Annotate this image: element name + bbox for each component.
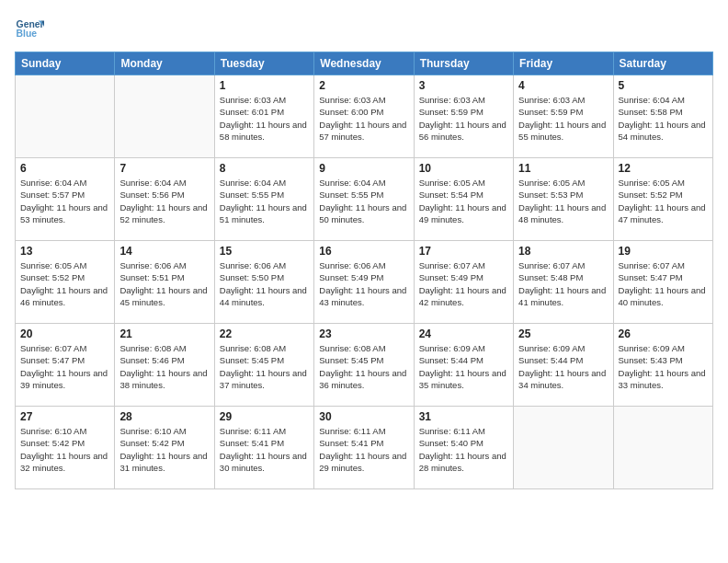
day-info: Sunrise: 6:11 AM Sunset: 5:41 PM Dayligh…: [220, 425, 309, 474]
calendar-cell: 19Sunrise: 6:07 AM Sunset: 5:47 PM Dayli…: [613, 241, 712, 324]
day-info: Sunrise: 6:03 AM Sunset: 6:01 PM Dayligh…: [220, 94, 309, 143]
calendar-cell: 30Sunrise: 6:11 AM Sunset: 5:41 PM Dayli…: [314, 407, 414, 489]
calendar-cell: 8Sunrise: 6:04 AM Sunset: 5:55 PM Daylig…: [214, 158, 313, 241]
day-number: 12: [619, 162, 708, 175]
calendar-week-row: 27Sunrise: 6:10 AM Sunset: 5:42 PM Dayli…: [16, 407, 713, 489]
day-number: 4: [518, 79, 608, 92]
day-info: Sunrise: 6:05 AM Sunset: 5:54 PM Dayligh…: [419, 177, 508, 225]
header-sunday: Sunday: [16, 52, 115, 75]
day-number: 10: [419, 162, 508, 175]
calendar-cell: 4Sunrise: 6:03 AM Sunset: 5:59 PM Daylig…: [514, 75, 613, 158]
calendar-cell: 18Sunrise: 6:07 AM Sunset: 5:48 PM Dayli…: [514, 241, 613, 324]
calendar-cell: 17Sunrise: 6:07 AM Sunset: 5:49 PM Dayli…: [414, 241, 513, 324]
day-info: Sunrise: 6:04 AM Sunset: 5:55 PM Dayligh…: [220, 177, 309, 225]
day-number: 18: [518, 245, 608, 258]
day-info: Sunrise: 6:04 AM Sunset: 5:56 PM Dayligh…: [119, 177, 209, 225]
day-number: 1: [220, 79, 309, 92]
calendar-cell: 15Sunrise: 6:06 AM Sunset: 5:50 PM Dayli…: [214, 241, 313, 324]
calendar-cell: 20Sunrise: 6:07 AM Sunset: 5:47 PM Dayli…: [16, 324, 115, 407]
header-friday: Friday: [514, 52, 613, 75]
calendar-cell: 9Sunrise: 6:04 AM Sunset: 5:55 PM Daylig…: [314, 158, 414, 241]
header-thursday: Thursday: [414, 52, 513, 75]
day-number: 30: [319, 410, 408, 423]
calendar-cell: 10Sunrise: 6:05 AM Sunset: 5:54 PM Dayli…: [414, 158, 513, 241]
page-header: General Blue: [15, 15, 713, 44]
calendar-cell: 27Sunrise: 6:10 AM Sunset: 5:42 PM Dayli…: [16, 407, 115, 489]
calendar-week-row: 20Sunrise: 6:07 AM Sunset: 5:47 PM Dayli…: [16, 324, 713, 407]
calendar-cell: 6Sunrise: 6:04 AM Sunset: 5:57 PM Daylig…: [16, 158, 115, 241]
svg-text:Blue: Blue: [17, 29, 38, 39]
day-number: 2: [319, 79, 408, 92]
day-info: Sunrise: 6:03 AM Sunset: 6:00 PM Dayligh…: [319, 94, 408, 143]
calendar-cell: 14Sunrise: 6:06 AM Sunset: 5:51 PM Dayli…: [115, 241, 214, 324]
day-info: Sunrise: 6:07 AM Sunset: 5:47 PM Dayligh…: [20, 342, 109, 391]
day-info: Sunrise: 6:05 AM Sunset: 5:52 PM Dayligh…: [20, 259, 109, 308]
day-number: 16: [319, 245, 408, 258]
day-number: 15: [220, 245, 309, 258]
header-monday: Monday: [115, 52, 214, 75]
day-info: Sunrise: 6:05 AM Sunset: 5:53 PM Dayligh…: [518, 177, 608, 225]
day-info: Sunrise: 6:03 AM Sunset: 5:59 PM Dayligh…: [419, 94, 508, 143]
calendar-cell: 11Sunrise: 6:05 AM Sunset: 5:53 PM Dayli…: [514, 158, 613, 241]
header-saturday: Saturday: [613, 52, 712, 75]
calendar-cell: 23Sunrise: 6:08 AM Sunset: 5:45 PM Dayli…: [314, 324, 414, 407]
calendar-cell: 26Sunrise: 6:09 AM Sunset: 5:43 PM Dayli…: [613, 324, 712, 407]
calendar-cell: 13Sunrise: 6:05 AM Sunset: 5:52 PM Dayli…: [16, 241, 115, 324]
calendar-cell: 16Sunrise: 6:06 AM Sunset: 5:49 PM Dayli…: [314, 241, 414, 324]
calendar-header-row: SundayMondayTuesdayWednesdayThursdayFrid…: [16, 52, 713, 75]
day-info: Sunrise: 6:08 AM Sunset: 5:45 PM Dayligh…: [220, 342, 309, 391]
calendar-cell: [613, 407, 712, 489]
calendar-cell: 3Sunrise: 6:03 AM Sunset: 5:59 PM Daylig…: [414, 75, 513, 158]
day-info: Sunrise: 6:06 AM Sunset: 5:51 PM Dayligh…: [119, 259, 209, 308]
day-info: Sunrise: 6:08 AM Sunset: 5:46 PM Dayligh…: [119, 342, 209, 391]
day-number: 28: [119, 410, 209, 423]
calendar-cell: 24Sunrise: 6:09 AM Sunset: 5:44 PM Dayli…: [414, 324, 513, 407]
day-number: 14: [119, 245, 209, 258]
header-wednesday: Wednesday: [314, 52, 414, 75]
day-info: Sunrise: 6:10 AM Sunset: 5:42 PM Dayligh…: [119, 425, 209, 474]
calendar-cell: 7Sunrise: 6:04 AM Sunset: 5:56 PM Daylig…: [115, 158, 214, 241]
calendar-cell: 28Sunrise: 6:10 AM Sunset: 5:42 PM Dayli…: [115, 407, 214, 489]
day-info: Sunrise: 6:09 AM Sunset: 5:44 PM Dayligh…: [419, 342, 508, 391]
calendar-cell: 12Sunrise: 6:05 AM Sunset: 5:52 PM Dayli…: [613, 158, 712, 241]
header-tuesday: Tuesday: [214, 52, 313, 75]
day-number: 21: [119, 327, 209, 340]
day-number: 8: [220, 162, 309, 175]
day-number: 13: [20, 245, 109, 258]
day-info: Sunrise: 6:07 AM Sunset: 5:47 PM Dayligh…: [619, 259, 708, 308]
day-info: Sunrise: 6:03 AM Sunset: 5:59 PM Dayligh…: [518, 94, 608, 143]
day-number: 20: [20, 327, 109, 340]
day-number: 27: [20, 410, 109, 423]
logo-icon: General Blue: [15, 15, 44, 44]
day-number: 6: [20, 162, 109, 175]
calendar-cell: 31Sunrise: 6:11 AM Sunset: 5:40 PM Dayli…: [414, 407, 513, 489]
day-info: Sunrise: 6:11 AM Sunset: 5:40 PM Dayligh…: [419, 425, 508, 474]
day-number: 25: [518, 327, 608, 340]
day-info: Sunrise: 6:06 AM Sunset: 5:49 PM Dayligh…: [319, 259, 408, 308]
calendar-cell: [514, 407, 613, 489]
day-number: 9: [319, 162, 408, 175]
day-info: Sunrise: 6:05 AM Sunset: 5:52 PM Dayligh…: [619, 177, 708, 225]
calendar-week-row: 13Sunrise: 6:05 AM Sunset: 5:52 PM Dayli…: [16, 241, 713, 324]
day-info: Sunrise: 6:09 AM Sunset: 5:44 PM Dayligh…: [518, 342, 608, 391]
day-number: 17: [419, 245, 508, 258]
day-number: 11: [518, 162, 608, 175]
calendar-cell: 21Sunrise: 6:08 AM Sunset: 5:46 PM Dayli…: [115, 324, 214, 407]
day-number: 31: [419, 410, 508, 423]
day-info: Sunrise: 6:04 AM Sunset: 5:58 PM Dayligh…: [619, 94, 708, 143]
day-number: 7: [119, 162, 209, 175]
calendar-cell: 25Sunrise: 6:09 AM Sunset: 5:44 PM Dayli…: [514, 324, 613, 407]
day-info: Sunrise: 6:08 AM Sunset: 5:45 PM Dayligh…: [319, 342, 408, 391]
calendar-cell: [115, 75, 214, 158]
calendar-cell: 29Sunrise: 6:11 AM Sunset: 5:41 PM Dayli…: [214, 407, 313, 489]
calendar-cell: [16, 75, 115, 158]
day-info: Sunrise: 6:07 AM Sunset: 5:48 PM Dayligh…: [518, 259, 608, 308]
day-info: Sunrise: 6:07 AM Sunset: 5:49 PM Dayligh…: [419, 259, 508, 308]
day-number: 22: [220, 327, 309, 340]
logo: General Blue: [15, 15, 48, 44]
calendar-week-row: 6Sunrise: 6:04 AM Sunset: 5:57 PM Daylig…: [16, 158, 713, 241]
day-number: 24: [419, 327, 508, 340]
calendar-table: SundayMondayTuesdayWednesdayThursdayFrid…: [15, 52, 713, 489]
day-info: Sunrise: 6:09 AM Sunset: 5:43 PM Dayligh…: [619, 342, 708, 391]
day-info: Sunrise: 6:11 AM Sunset: 5:41 PM Dayligh…: [319, 425, 408, 474]
